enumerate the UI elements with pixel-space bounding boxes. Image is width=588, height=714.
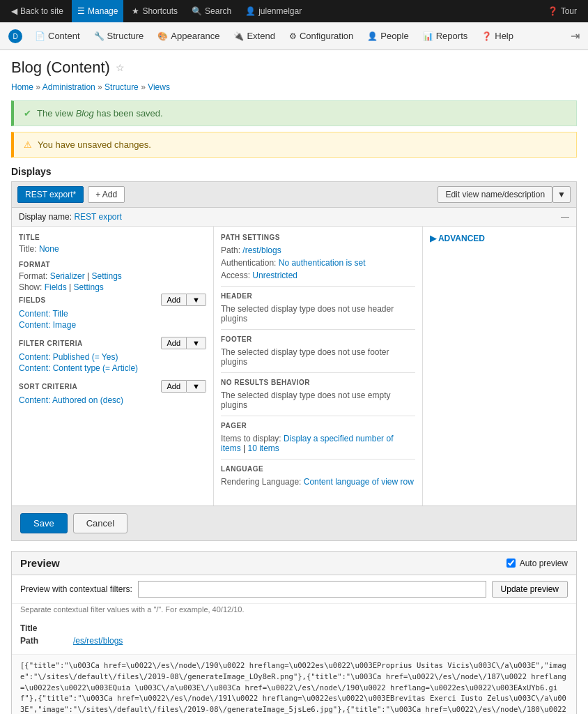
sort-authored-link[interactable]: Content: Authored on (desc): [19, 395, 123, 405]
footer-info: The selected display type does not use f…: [221, 347, 415, 367]
footer-section-label: FOOTER: [221, 335, 415, 343]
shortcuts-link[interactable]: ★ Shortcuts: [126, 0, 183, 22]
site-logo: D: [3, 24, 28, 49]
fields-add-button[interactable]: Add: [161, 294, 187, 306]
filter-add-dropdown[interactable]: ▼: [187, 337, 206, 349]
fields-label: FIELDS: [19, 296, 46, 304]
filter-add-button[interactable]: Add: [161, 337, 187, 349]
middle-column: PATH SETTINGS Path: /rest/blogs Authenti…: [214, 227, 423, 506]
format-serializer-link[interactable]: Serializer: [50, 271, 85, 281]
filter-label: FILTER CRITERIA: [19, 340, 83, 347]
preview-json: [{"title":"\u003Ca href=\u0022\/es\/node…: [12, 654, 576, 714]
people-icon: 👤: [367, 31, 378, 41]
displays-toolbar: REST export* + Add Edit view name/descri…: [11, 181, 577, 207]
sort-add-dropdown[interactable]: ▼: [187, 380, 206, 393]
cancel-button[interactable]: Cancel: [73, 513, 127, 533]
format-settings-link[interactable]: Settings: [91, 271, 121, 281]
main-nav: D 📄 Content 🔧 Structure 🎨 Appearance 🔌 E…: [0, 22, 588, 50]
displays-header: Displays: [11, 166, 577, 177]
nav-structure[interactable]: 🔧 Structure: [87, 22, 151, 50]
rest-export-tab[interactable]: REST export*: [17, 186, 84, 203]
back-to-site-link[interactable]: ◀ Back to site: [6, 0, 69, 22]
svg-text:D: D: [13, 33, 17, 40]
breadcrumb-structure[interactable]: Structure: [105, 82, 139, 92]
path-row: Path: /rest/blogs: [221, 245, 415, 255]
advanced-toggle[interactable]: ▶ ADVANCED: [430, 234, 569, 243]
breadcrumb: Home » Administration » Structure » View…: [11, 82, 577, 92]
check-icon: ✔: [24, 108, 31, 119]
nav-content[interactable]: 📄 Content: [28, 22, 87, 50]
nav-reports[interactable]: 📊 Reports: [416, 22, 475, 50]
path-value-link[interactable]: /rest/blogs: [242, 245, 281, 255]
content-icon: 📄: [35, 31, 45, 41]
preview-path-link[interactable]: /es/rest/blogs: [73, 636, 123, 646]
sort-add-split: Add ▼: [161, 380, 206, 393]
pager-section-label: PAGER: [221, 422, 415, 430]
header-info: The selected display type does not use h…: [221, 304, 415, 324]
edit-view-button[interactable]: Edit view name/description: [438, 186, 552, 203]
filter-section-header: FILTER CRITERIA Add ▼: [19, 337, 206, 349]
breadcrumb-administration[interactable]: Administration: [42, 82, 95, 92]
edit-view-dropdown[interactable]: ▼: [552, 186, 571, 203]
field-title-link[interactable]: Content: Title: [19, 309, 68, 319]
access-value-link[interactable]: Unrestricted: [252, 271, 297, 280]
favorite-icon[interactable]: ☆: [116, 62, 125, 73]
fields-add-split: Add ▼: [161, 294, 206, 306]
search-link[interactable]: 🔍 Search: [186, 0, 237, 22]
filter-add-split: Add ▼: [161, 337, 206, 349]
rendering-lang-link[interactable]: Content language of view row: [304, 477, 414, 487]
nav-configuration[interactable]: ⚙ Configuration: [282, 22, 360, 50]
preview-filters: Preview with contextual filters: Update …: [12, 575, 576, 604]
sort-add-button[interactable]: Add: [161, 380, 187, 393]
filter-content-type-link[interactable]: Content: Content type (= Article): [19, 363, 138, 373]
display-name-link[interactable]: REST export: [74, 212, 121, 222]
user-link[interactable]: 👤 julenmelgar: [240, 0, 307, 22]
alert-warning: ⚠ You have unsaved changes.: [11, 132, 577, 158]
sort-section-header: SORT CRITERIA Add ▼: [19, 380, 206, 393]
appearance-icon: 🎨: [157, 31, 168, 41]
toggle-sidebar-button[interactable]: ⇥: [565, 29, 585, 43]
tour-link[interactable]: ❓ Tour: [542, 0, 582, 22]
preview-path-row: Path /es/rest/blogs: [20, 636, 568, 646]
show-settings-link[interactable]: Settings: [74, 282, 104, 292]
sort-label: SORT CRITERIA: [19, 383, 77, 390]
breadcrumb-views[interactable]: Views: [148, 82, 170, 92]
preview-title-row: Title: [20, 623, 568, 633]
help-nav-icon: ❓: [481, 31, 492, 41]
title-section-label: TITLE: [19, 234, 206, 241]
extend-icon: 🔌: [233, 31, 244, 41]
items-count-link[interactable]: 10 items: [247, 443, 279, 453]
filter-published-link[interactable]: Content: Published (= Yes): [19, 352, 118, 362]
nav-appearance[interactable]: 🎨 Appearance: [150, 22, 226, 50]
contextual-filters-input[interactable]: [138, 581, 486, 598]
no-results-info: The selected display type does not use e…: [221, 390, 415, 410]
manage-link[interactable]: ☰ Manage: [72, 0, 123, 22]
auth-value-link[interactable]: No authentication is set: [279, 258, 366, 268]
path-section-label: PATH SETTINGS: [221, 234, 415, 241]
minimize-icon[interactable]: —: [561, 212, 569, 222]
admin-bar: ◀ Back to site ☰ Manage ★ Shortcuts 🔍 Se…: [0, 0, 588, 22]
title-value-link[interactable]: None: [39, 244, 59, 254]
preview-table: Title Path /es/rest/blogs: [12, 618, 576, 654]
show-fields-link[interactable]: Fields: [45, 282, 67, 292]
update-preview-button[interactable]: Update preview: [492, 581, 568, 598]
add-display-button[interactable]: + Add: [88, 186, 125, 203]
action-bar: Save Cancel: [12, 506, 576, 540]
fields-add-dropdown[interactable]: ▼: [187, 294, 206, 306]
auto-preview-checkbox[interactable]: [506, 559, 516, 568]
auto-preview-toggle: Auto preview: [506, 559, 568, 568]
nav-help[interactable]: ❓ Help: [474, 22, 520, 50]
format-row: Format: Serializer | Settings: [19, 271, 206, 281]
save-button[interactable]: Save: [20, 513, 68, 533]
nav-people[interactable]: 👤 People: [360, 22, 415, 50]
no-results-section-label: NO RESULTS BEHAVIOR: [221, 379, 415, 386]
page-title: Blog (Content) ☆: [11, 59, 577, 77]
language-section-label: LANGUAGE: [221, 465, 415, 473]
warning-icon: ⚠: [24, 139, 32, 150]
sort-authored-item: Content: Authored on (desc): [19, 395, 206, 405]
nav-extend[interactable]: 🔌 Extend: [226, 22, 281, 50]
preview-title: Preview: [20, 557, 60, 569]
show-row: Show: Fields | Settings: [19, 282, 206, 292]
field-image-link[interactable]: Content: Image: [19, 320, 76, 330]
breadcrumb-home[interactable]: Home: [11, 82, 33, 92]
